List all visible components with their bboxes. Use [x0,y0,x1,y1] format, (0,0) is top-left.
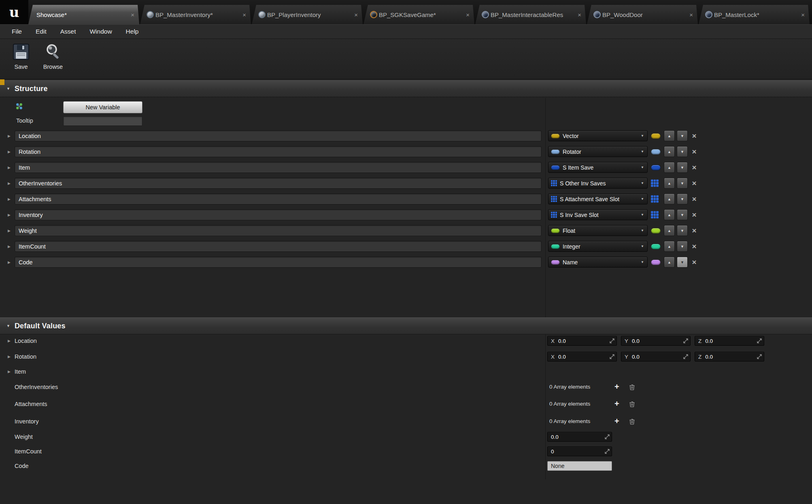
clear-array-button[interactable] [629,401,635,409]
expander-icon[interactable]: ▶ [8,260,11,264]
variable-name-input[interactable] [15,130,542,141]
move-down-button[interactable]: ▼ [677,178,688,189]
new-variable-button[interactable]: New Variable [63,101,142,113]
collapse-triangle-icon[interactable]: ▼ [6,324,10,328]
move-down-button[interactable]: ▼ [677,146,688,157]
expander-icon[interactable]: ▶ [8,370,11,374]
menu-edit[interactable]: Edit [29,25,53,38]
x-field[interactable]: X 0.0 [547,336,617,346]
array-container-icon[interactable] [651,179,659,187]
add-element-button[interactable]: + [614,399,619,409]
type-dropdown[interactable]: Rotator ▼ [548,146,648,157]
variable-name-input[interactable] [15,162,542,173]
expander-icon[interactable]: ▶ [8,245,11,249]
move-down-button[interactable]: ▼ [677,257,688,268]
move-up-button[interactable]: ▲ [664,241,675,252]
menu-asset[interactable]: Asset [53,25,83,38]
tab-bp-masterinteractable[interactable]: BP_MasterInteractableRes × [475,5,586,24]
close-icon[interactable]: × [689,11,693,18]
expander-icon[interactable]: ▶ [8,197,11,201]
clear-array-button[interactable] [629,384,635,392]
container-type-pill[interactable] [651,133,661,139]
container-type-pill[interactable] [651,228,661,234]
delete-variable-icon[interactable]: × [690,146,699,157]
close-icon[interactable]: × [131,11,134,18]
move-up-button[interactable]: ▲ [664,178,675,189]
delete-variable-icon[interactable]: × [690,209,699,220]
collapse-triangle-icon[interactable]: ▼ [6,87,10,91]
variable-name-input[interactable] [15,257,542,268]
type-dropdown[interactable]: Vector ▼ [548,130,648,141]
expander-icon[interactable]: ▶ [8,213,11,217]
tab-bp-masterlock[interactable]: BP_MasterLock* × [699,5,810,24]
array-container-icon[interactable] [651,195,659,203]
tooltip-input[interactable] [63,116,142,126]
itemcount-field[interactable]: 0 [547,447,612,456]
close-icon[interactable]: × [578,11,581,18]
type-dropdown[interactable]: Name ▼ [548,257,648,268]
default-values-section-header[interactable]: ▼ Default Values [0,317,812,334]
expander-icon[interactable]: ▶ [8,355,11,359]
y-field[interactable]: Y 0.0 [621,352,691,362]
container-type-pill[interactable] [651,165,661,170]
expander-icon[interactable]: ▶ [8,166,11,170]
expander-icon[interactable]: ▶ [8,150,11,154]
delete-variable-icon[interactable]: × [690,130,699,141]
drag-resize-icon[interactable] [610,338,614,343]
move-down-button[interactable]: ▼ [677,241,688,252]
type-dropdown[interactable]: S Other Inv Saves ▼ [548,178,648,189]
move-up-button[interactable]: ▲ [664,209,675,220]
type-dropdown[interactable]: S Item Save ▼ [548,162,648,173]
move-up-button[interactable]: ▲ [664,162,675,173]
close-icon[interactable]: × [801,11,805,18]
type-dropdown[interactable]: S Inv Save Slot ▼ [548,209,648,220]
z-field[interactable]: Z 0.0 [695,336,764,346]
type-dropdown[interactable]: Float ▼ [548,225,648,236]
array-container-icon[interactable] [651,211,659,219]
close-icon[interactable]: × [354,11,358,18]
tab-bp-wooddoor[interactable]: BP_WoodDoor × [587,5,698,24]
variable-name-input[interactable] [15,225,542,236]
move-up-button[interactable]: ▲ [664,146,675,157]
move-down-button[interactable]: ▼ [677,162,688,173]
move-down-button[interactable]: ▼ [677,209,688,220]
menu-window[interactable]: Window [83,25,119,38]
container-type-pill[interactable] [651,244,661,249]
drag-resize-icon[interactable] [605,449,610,454]
expander-icon[interactable]: ▶ [8,134,11,138]
move-down-button[interactable]: ▼ [677,130,688,141]
move-up-button[interactable]: ▲ [664,130,675,141]
tab-bp-sgksavegame[interactable]: BP_SGKSaveGame* × [363,5,474,24]
delete-variable-icon[interactable]: × [690,178,699,189]
expander-icon[interactable]: ▶ [8,181,11,185]
move-up-button[interactable]: ▲ [664,257,675,268]
browse-button[interactable]: Browse [39,43,67,70]
delete-variable-icon[interactable]: × [690,241,699,252]
close-icon[interactable]: × [242,11,246,18]
clear-array-button[interactable] [629,418,635,426]
close-icon[interactable]: × [466,11,470,18]
z-field[interactable]: Z 0.0 [695,352,764,362]
variable-name-input[interactable] [15,241,542,252]
add-element-button[interactable]: + [614,382,619,392]
move-down-button[interactable]: ▼ [677,194,688,204]
variable-name-input[interactable] [15,209,542,220]
tab-bp-masterinventory[interactable]: BP_MasterInventory* × [140,5,251,24]
tab-bp-playerinventory[interactable]: BP_PlayerInventory × [252,5,363,24]
drag-resize-icon[interactable] [610,354,614,359]
variable-name-input[interactable] [15,178,542,189]
expander-icon[interactable]: ▶ [8,339,11,343]
delete-variable-icon[interactable]: × [690,162,699,173]
delete-variable-icon[interactable]: × [690,225,699,236]
drag-resize-icon[interactable] [683,354,688,359]
move-down-button[interactable]: ▼ [677,225,688,236]
container-type-pill[interactable] [651,149,661,155]
save-button[interactable]: Save [8,43,34,70]
expander-icon[interactable]: ▶ [8,229,11,233]
move-up-button[interactable]: ▲ [664,194,675,204]
add-element-button[interactable]: + [614,416,619,426]
menu-file[interactable]: File [5,25,29,38]
code-field[interactable]: None [547,461,612,471]
drag-resize-icon[interactable] [605,434,610,439]
drag-resize-icon[interactable] [757,338,762,343]
